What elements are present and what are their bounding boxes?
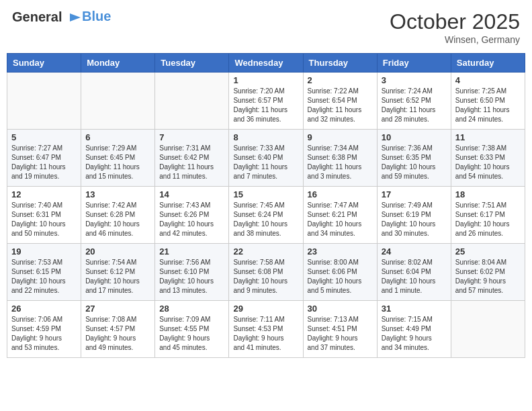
- day-number: 10: [382, 132, 447, 142]
- day-info: Sunrise: 7:29 AM Sunset: 6:45 PM Dayligh…: [85, 144, 150, 181]
- day-info: Sunrise: 7:31 AM Sunset: 6:42 PM Dayligh…: [159, 144, 224, 181]
- day-info: Sunrise: 8:04 AM Sunset: 6:02 PM Dayligh…: [455, 258, 521, 295]
- day-number: 1: [233, 75, 298, 85]
- day-number: 6: [85, 132, 150, 142]
- day-number: 14: [159, 189, 224, 199]
- day-info: Sunrise: 7:49 AM Sunset: 6:19 PM Dayligh…: [382, 201, 447, 238]
- day-info: Sunrise: 7:36 AM Sunset: 6:35 PM Dayligh…: [382, 144, 447, 181]
- calendar-cell: 10Sunrise: 7:36 AM Sunset: 6:35 PM Dayli…: [377, 130, 451, 187]
- calendar-cell: 17Sunrise: 7:49 AM Sunset: 6:19 PM Dayli…: [377, 187, 451, 244]
- day-info: Sunrise: 7:13 AM Sunset: 4:51 PM Dayligh…: [308, 315, 373, 353]
- calendar-cell: 30Sunrise: 7:13 AM Sunset: 4:51 PM Dayli…: [303, 301, 377, 358]
- weekday-header-friday: Friday: [377, 54, 451, 73]
- calendar-cell: 6Sunrise: 7:29 AM Sunset: 6:45 PM Daylig…: [81, 130, 155, 187]
- day-info: Sunrise: 7:40 AM Sunset: 6:31 PM Dayligh…: [11, 201, 77, 238]
- day-info: Sunrise: 7:11 AM Sunset: 4:53 PM Dayligh…: [233, 315, 298, 353]
- day-number: 25: [455, 246, 521, 257]
- weekday-header-thursday: Thursday: [303, 54, 377, 73]
- day-number: 8: [233, 132, 298, 142]
- day-number: 2: [308, 75, 373, 85]
- calendar-week-4: 19Sunrise: 7:53 AM Sunset: 6:15 PM Dayli…: [7, 244, 525, 301]
- day-number: 29: [233, 304, 298, 314]
- logo: General Blue: [12, 9, 111, 24]
- day-number: 13: [85, 189, 150, 199]
- calendar-cell: 8Sunrise: 7:33 AM Sunset: 6:40 PM Daylig…: [229, 130, 303, 187]
- day-number: 15: [233, 189, 298, 199]
- calendar-cell: 31Sunrise: 7:15 AM Sunset: 4:49 PM Dayli…: [377, 301, 451, 358]
- day-info: Sunrise: 7:43 AM Sunset: 6:26 PM Dayligh…: [159, 201, 224, 238]
- day-info: Sunrise: 7:08 AM Sunset: 4:57 PM Dayligh…: [85, 315, 150, 353]
- logo-text-blue: Blue: [82, 9, 111, 24]
- day-number: 17: [382, 189, 447, 199]
- day-number: 20: [85, 246, 150, 257]
- day-number: 27: [85, 304, 150, 314]
- calendar-cell: 9Sunrise: 7:34 AM Sunset: 6:38 PM Daylig…: [303, 130, 377, 187]
- calendar-cell: 22Sunrise: 7:58 AM Sunset: 6:08 PM Dayli…: [229, 244, 303, 301]
- day-number: 3: [382, 75, 447, 85]
- calendar-cell: 2Sunrise: 7:22 AM Sunset: 6:54 PM Daylig…: [303, 73, 377, 130]
- day-number: 24: [382, 246, 447, 257]
- weekday-header-wednesday: Wednesday: [229, 54, 303, 73]
- day-number: 23: [308, 246, 373, 257]
- weekday-header-row: SundayMondayTuesdayWednesdayThursdayFrid…: [7, 54, 525, 73]
- weekday-header-saturday: Saturday: [451, 54, 525, 73]
- calendar-cell: 16Sunrise: 7:47 AM Sunset: 6:21 PM Dayli…: [303, 187, 377, 244]
- day-number: 26: [11, 304, 77, 314]
- calendar-cell: 24Sunrise: 8:02 AM Sunset: 6:04 PM Dayli…: [377, 244, 451, 301]
- day-info: Sunrise: 7:51 AM Sunset: 6:17 PM Dayligh…: [455, 201, 521, 238]
- day-number: 9: [308, 132, 373, 142]
- logo-flag-icon: [67, 12, 82, 24]
- day-info: Sunrise: 7:15 AM Sunset: 4:49 PM Dayligh…: [382, 315, 447, 353]
- day-number: 28: [159, 304, 224, 314]
- day-info: Sunrise: 7:38 AM Sunset: 6:33 PM Dayligh…: [455, 144, 521, 181]
- day-info: Sunrise: 7:20 AM Sunset: 6:57 PM Dayligh…: [233, 87, 298, 124]
- day-info: Sunrise: 7:47 AM Sunset: 6:21 PM Dayligh…: [308, 201, 373, 238]
- calendar-cell: 20Sunrise: 7:54 AM Sunset: 6:12 PM Dayli…: [81, 244, 155, 301]
- calendar-cell: 1Sunrise: 7:20 AM Sunset: 6:57 PM Daylig…: [229, 73, 303, 130]
- calendar-cell: 19Sunrise: 7:53 AM Sunset: 6:15 PM Dayli…: [7, 244, 81, 301]
- calendar-cell: 29Sunrise: 7:11 AM Sunset: 4:53 PM Dayli…: [229, 301, 303, 358]
- title-block: October 2025 Winsen, Germany: [390, 9, 520, 45]
- calendar-cell: [81, 73, 155, 130]
- day-info: Sunrise: 7:24 AM Sunset: 6:52 PM Dayligh…: [382, 87, 447, 124]
- day-number: 16: [308, 189, 373, 199]
- day-number: 11: [455, 132, 521, 142]
- day-info: Sunrise: 7:54 AM Sunset: 6:12 PM Dayligh…: [85, 258, 150, 295]
- page-header: General Blue October 2025 Winsen, German…: [7, 7, 525, 48]
- calendar-cell: [7, 73, 81, 130]
- calendar-cell: [451, 301, 525, 358]
- calendar-week-1: 1Sunrise: 7:20 AM Sunset: 6:57 PM Daylig…: [7, 73, 525, 130]
- calendar-cell: [155, 73, 229, 130]
- day-info: Sunrise: 7:09 AM Sunset: 4:55 PM Dayligh…: [159, 315, 224, 353]
- day-number: 31: [382, 304, 447, 314]
- calendar-cell: 18Sunrise: 7:51 AM Sunset: 6:17 PM Dayli…: [451, 187, 525, 244]
- calendar-cell: 7Sunrise: 7:31 AM Sunset: 6:42 PM Daylig…: [155, 130, 229, 187]
- logo-text-general: General: [12, 9, 62, 24]
- calendar-cell: 21Sunrise: 7:56 AM Sunset: 6:10 PM Dayli…: [155, 244, 229, 301]
- calendar-cell: 26Sunrise: 7:06 AM Sunset: 4:59 PM Dayli…: [7, 301, 81, 358]
- day-info: Sunrise: 7:56 AM Sunset: 6:10 PM Dayligh…: [159, 258, 224, 295]
- calendar-week-5: 26Sunrise: 7:06 AM Sunset: 4:59 PM Dayli…: [7, 301, 525, 358]
- calendar-cell: 28Sunrise: 7:09 AM Sunset: 4:55 PM Dayli…: [155, 301, 229, 358]
- calendar-cell: 5Sunrise: 7:27 AM Sunset: 6:47 PM Daylig…: [7, 130, 81, 187]
- calendar-cell: 4Sunrise: 7:25 AM Sunset: 6:50 PM Daylig…: [451, 73, 525, 130]
- calendar-cell: 12Sunrise: 7:40 AM Sunset: 6:31 PM Dayli…: [7, 187, 81, 244]
- weekday-header-tuesday: Tuesday: [155, 54, 229, 73]
- day-info: Sunrise: 7:53 AM Sunset: 6:15 PM Dayligh…: [11, 258, 77, 295]
- day-info: Sunrise: 7:22 AM Sunset: 6:54 PM Dayligh…: [308, 87, 373, 124]
- day-number: 21: [159, 246, 224, 257]
- month-title: October 2025: [390, 9, 520, 34]
- day-info: Sunrise: 7:34 AM Sunset: 6:38 PM Dayligh…: [308, 144, 373, 181]
- location: Winsen, Germany: [390, 34, 520, 45]
- day-info: Sunrise: 7:45 AM Sunset: 6:24 PM Dayligh…: [233, 201, 298, 238]
- day-info: Sunrise: 7:33 AM Sunset: 6:40 PM Dayligh…: [233, 144, 298, 181]
- calendar: SundayMondayTuesdayWednesdayThursdayFrid…: [7, 53, 525, 358]
- weekday-header-monday: Monday: [81, 54, 155, 73]
- calendar-cell: 13Sunrise: 7:42 AM Sunset: 6:28 PM Dayli…: [81, 187, 155, 244]
- day-info: Sunrise: 7:06 AM Sunset: 4:59 PM Dayligh…: [11, 315, 77, 353]
- day-info: Sunrise: 7:25 AM Sunset: 6:50 PM Dayligh…: [455, 87, 521, 124]
- calendar-cell: 27Sunrise: 7:08 AM Sunset: 4:57 PM Dayli…: [81, 301, 155, 358]
- day-number: 4: [455, 75, 521, 85]
- day-number: 19: [11, 246, 77, 257]
- day-info: Sunrise: 8:02 AM Sunset: 6:04 PM Dayligh…: [382, 258, 447, 295]
